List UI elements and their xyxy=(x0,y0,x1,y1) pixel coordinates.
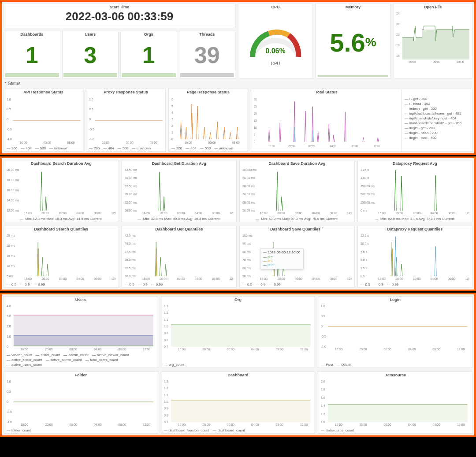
quantile-chart[interactable]: 25 ms20 ms15 ms10 ms5 ms 16:0020:0000:00… xyxy=(7,233,116,281)
svg-text:70 ms: 70 ms xyxy=(242,258,251,261)
legend-item[interactable]: datasource_count xyxy=(321,428,354,432)
count-chart[interactable]: 1.31.21.11.00.90.80.7 16:0020:0000:0004:… xyxy=(164,304,312,351)
legend-item[interactable]: viewer_count xyxy=(7,353,32,357)
page-response-chart[interactable]: 6543210 16:0000:0008:00 xyxy=(171,96,245,145)
legend-item[interactable]: 404 xyxy=(186,146,196,150)
count-chart[interactable]: 1.00.50-0.5-1.0 16:0020:0000:0004:0008:0… xyxy=(7,379,155,427)
svg-text:1.25 s: 1.25 s xyxy=(361,168,369,171)
legend-item[interactable]: org_count xyxy=(164,363,185,367)
legend-item[interactable]: active_viewer_count xyxy=(92,353,129,357)
legend-item[interactable]: 0.99 xyxy=(269,282,281,286)
status-chart[interactable]: 1.00.50-0.5-1.0 16:0000:0008:00 xyxy=(7,96,80,145)
legend-item[interactable]: — /login - head - 200 xyxy=(405,131,469,135)
legend-item[interactable]: unknown xyxy=(132,146,151,150)
legend-item[interactable]: dashboard_count xyxy=(213,428,245,432)
legend-item[interactable]: 500 xyxy=(35,146,46,150)
stat-title: Users xyxy=(63,31,119,37)
legend-item[interactable]: — /login - get - 200 xyxy=(405,126,469,130)
quantile-chart[interactable]: 12.5 s10.0 s7.5 s5.0 s2.5 s0 s 16:0020:0… xyxy=(361,233,470,281)
legend-item[interactable]: — /login - post - 400 xyxy=(405,136,469,140)
count-chart[interactable]: 1.31.21.11.00.90.80.7 16:0020:0000:0004:… xyxy=(164,379,312,427)
legend-item[interactable]: — / - get - 302 xyxy=(405,97,469,101)
legend-item[interactable]: editor_count xyxy=(36,353,60,357)
count-chart[interactable]: 2.01.81.61.41.21.0 16:0020:0000:0004:000… xyxy=(321,379,469,427)
total-status-chart[interactable]: 302520151050 16:0020:0000:0004:0008:0012… xyxy=(254,96,399,149)
legend-item[interactable]: total_users_count xyxy=(86,358,118,362)
svg-text:16:00: 16:00 xyxy=(184,141,192,144)
legend-item[interactable]: unknown xyxy=(49,146,68,150)
count-chart[interactable]: 1.00.50-0.5-1.0 16:0020:0000:0004:0008:0… xyxy=(321,304,469,351)
legend-item[interactable]: dashboard_version_count xyxy=(164,428,209,432)
legend-item[interactable]: — /api/dashboards/home - get - 401 xyxy=(405,111,469,115)
legend-item[interactable]: 0.99 xyxy=(151,282,163,286)
status-section-header[interactable]: Status xyxy=(2,80,474,87)
svg-text:12:00: 12:00 xyxy=(143,423,150,426)
svg-text:00:00: 00:00 xyxy=(43,141,51,144)
top-section: Start Time 2022-03-06 00:33:59 Dashboard… xyxy=(0,0,476,155)
openfile-chart[interactable]: 2422201816 16:0000:0008:00 xyxy=(396,11,469,64)
legend-item[interactable]: active_editor_count xyxy=(7,358,42,362)
svg-text:0.5: 0.5 xyxy=(321,315,325,318)
svg-text:04:00: 04:00 xyxy=(430,277,438,280)
legend-item[interactable]: 200 xyxy=(7,146,17,150)
avg-chart[interactable]: 100.00 ms90.00 ms80.00 ms70.00 ms60.00 m… xyxy=(242,167,352,215)
legend-item[interactable]: active_users_count xyxy=(7,363,42,367)
svg-text:5: 5 xyxy=(171,104,173,108)
svg-text:1.00 s: 1.00 s xyxy=(361,176,369,179)
stat-threads: Threads 39 xyxy=(179,31,236,78)
legend-item[interactable]: 0.5 xyxy=(361,282,370,286)
legend-item[interactable]: — /admin - get - 302 xyxy=(405,107,469,111)
svg-text:1.4: 1.4 xyxy=(321,404,325,407)
legend-item[interactable]: — /api/snapshots/:key - get - 404 xyxy=(405,116,469,120)
svg-text:16:00: 16:00 xyxy=(335,423,342,426)
svg-text:1.0: 1.0 xyxy=(89,98,93,101)
panel-title: Folder xyxy=(4,372,158,377)
avg-chart[interactable]: 42.50 ms40.00 ms37.50 ms35.00 ms32.50 ms… xyxy=(125,167,234,215)
count-chart[interactable]: 4.03.02.01.00 16:0020:0000:0004:0008:001… xyxy=(7,304,155,351)
svg-text:1: 1 xyxy=(171,131,173,134)
legend-item[interactable]: 0.9 xyxy=(256,282,265,286)
legend-item[interactable]: 404 xyxy=(21,146,31,150)
svg-text:0.7: 0.7 xyxy=(164,420,168,424)
svg-text:-1.0: -1.0 xyxy=(321,345,326,348)
legend-item[interactable]: folder_count xyxy=(7,428,31,432)
panel-title: Dashboard Save Duration Avg xyxy=(240,160,354,166)
legend-item[interactable]: Post xyxy=(321,363,333,367)
panel-title: Dataproxy Request Quantiles xyxy=(358,226,472,231)
svg-text:04:00: 04:00 xyxy=(94,348,101,351)
svg-text:04:00: 04:00 xyxy=(251,348,259,351)
svg-text:12:00: 12:00 xyxy=(112,212,116,215)
legend-item[interactable]: 200 xyxy=(171,146,182,150)
legend-item[interactable]: 0.5 xyxy=(242,282,252,286)
legend-item[interactable]: OAuth xyxy=(336,363,351,367)
svg-text:2.0: 2.0 xyxy=(321,380,325,383)
legend-item[interactable]: 500 xyxy=(200,146,211,150)
svg-text:00:00: 00:00 xyxy=(413,212,420,215)
legend-item[interactable]: 0.9 xyxy=(374,282,383,286)
legend-item[interactable]: unknown xyxy=(214,146,233,150)
legend-item[interactable]: 404 xyxy=(103,146,114,150)
legend-item[interactable]: 0.5 xyxy=(125,282,134,286)
legend-item[interactable]: 0.99 xyxy=(33,282,45,286)
avg-chart[interactable]: 1.25 s1.00 s750.00 ms500.00 ms250.00 ms0… xyxy=(361,167,470,215)
legend-item[interactable]: 0.99 xyxy=(387,282,399,286)
stat-value: 1 xyxy=(121,37,177,73)
legend-item[interactable]: 0.5 xyxy=(7,282,16,286)
svg-rect-149 xyxy=(14,335,153,346)
svg-text:1.2: 1.2 xyxy=(164,311,168,314)
svg-text:80 ms: 80 ms xyxy=(242,250,251,253)
legend-item[interactable]: admin_count xyxy=(63,353,89,357)
legend-item[interactable]: — / - head - 302 xyxy=(405,102,469,106)
legend-item[interactable]: 0.9 xyxy=(138,282,148,286)
legend-item[interactable]: active_admin_count xyxy=(45,358,82,362)
svg-text:10: 10 xyxy=(254,126,257,129)
start-time-title: Start Time xyxy=(4,4,235,9)
legend-item[interactable]: — /dashboard/snapshot/* - get - 200 xyxy=(405,121,469,125)
legend-item[interactable]: 200 xyxy=(89,146,100,150)
legend-item[interactable]: 500 xyxy=(118,146,128,150)
svg-text:08:00: 08:00 xyxy=(433,423,440,426)
legend-item[interactable]: 0.9 xyxy=(20,282,30,286)
status-chart[interactable]: 1.00.50-0.5-1.0 16:0000:0008:00 xyxy=(89,96,163,145)
avg-chart[interactable]: 20.00 ms18.00 ms16.00 ms14.00 ms12.00 ms… xyxy=(7,167,116,215)
quantile-chart[interactable]: 42.5 ms40.0 ms37.5 ms35.0 ms32.5 ms30.0 … xyxy=(125,233,234,281)
